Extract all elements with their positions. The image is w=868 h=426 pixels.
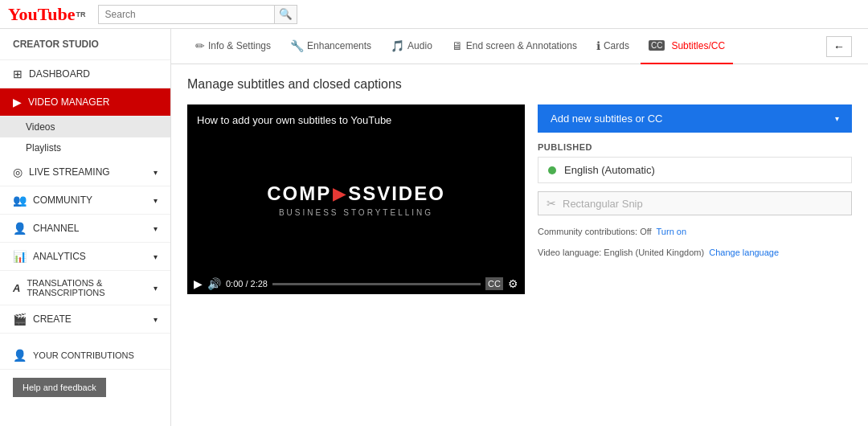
chevron-down-icon-analytics: ▾ bbox=[154, 252, 158, 261]
sidebar-sub-item-videos[interactable]: Videos bbox=[0, 117, 170, 137]
sidebar-sub-item-playlists[interactable]: Playlists bbox=[0, 137, 170, 158]
tab-enhancements[interactable]: 🔧 Enhancements bbox=[282, 29, 379, 64]
community-icon: 👥 bbox=[13, 194, 27, 207]
help-feedback-button[interactable]: Help and feedback bbox=[13, 378, 106, 397]
video-time: 0:00 / 2:28 bbox=[226, 279, 268, 289]
caption-button[interactable]: CC bbox=[485, 277, 503, 290]
sidebar-label-community: COMMUNITY bbox=[33, 195, 92, 206]
sidebar-item-channel[interactable]: 👤 CHANNEL ▾ bbox=[0, 215, 170, 243]
sidebar-bottom: Help and feedback bbox=[0, 370, 170, 405]
video-logo-sub: BUSINESS STORYTELLING bbox=[279, 208, 433, 217]
back-button[interactable]: ← bbox=[826, 36, 852, 57]
sidebar-item-live-streaming[interactable]: ◎ LIVE STREAMING ▾ bbox=[0, 158, 170, 186]
video-logo: COMP ▶ SSVIDEO BUSINESS STORYTELLING bbox=[267, 182, 445, 217]
sidebar-label-create: CREATE bbox=[33, 313, 72, 325]
contributions-icon: 👤 bbox=[13, 349, 27, 362]
chevron-down-icon-translations: ▾ bbox=[154, 284, 158, 293]
search-bar: 🔍 bbox=[98, 5, 297, 24]
subtitle-language: English (Automatic) bbox=[564, 164, 655, 176]
logo-tube: Tube bbox=[38, 4, 76, 25]
sidebar-label-contributions: YOUR CONTRIBUTIONS bbox=[33, 350, 134, 360]
change-language-link[interactable]: Change language bbox=[709, 248, 779, 257]
translations-icon: A bbox=[13, 282, 20, 294]
progress-bar[interactable] bbox=[272, 283, 481, 285]
video-manager-icon: ▶ bbox=[13, 96, 22, 109]
video-panel: How to add your own subtitles to YouTube… bbox=[187, 104, 525, 294]
turn-on-link[interactable]: Turn on bbox=[657, 227, 687, 236]
video-title-overlay: How to add your own subtitles to YouTube bbox=[187, 104, 525, 134]
sidebar-item-translations[interactable]: A TRANSLATIONS & TRANSCRIPTIONS ▾ bbox=[0, 271, 170, 305]
tab-bar: ✏ Info & Settings 🔧 Enhancements 🎵 Audio… bbox=[171, 29, 868, 64]
video-subtitles-layout: How to add your own subtitles to YouTube… bbox=[187, 104, 852, 294]
time-bar-wrap: 0:00 / 2:28 bbox=[226, 279, 481, 289]
logo-trademark: TR bbox=[76, 10, 86, 18]
sidebar-item-dashboard[interactable]: ⊞ DASHBOARD bbox=[0, 60, 170, 88]
audio-icon: 🎵 bbox=[391, 39, 404, 52]
dashboard-icon: ⊞ bbox=[13, 68, 23, 80]
content-body: Manage subtitles and closed captions How… bbox=[171, 64, 868, 307]
main-layout: CREATOR STUDIO ⊞ DASHBOARD ▶ VIDEO MANAG… bbox=[0, 29, 868, 426]
logo-ssvideo: SSVIDEO bbox=[348, 182, 445, 205]
info-icon: ℹ bbox=[596, 39, 600, 52]
logo: YouTube TR bbox=[8, 4, 86, 25]
settings-button[interactable]: ⚙ bbox=[508, 277, 518, 290]
sidebar-item-analytics[interactable]: 📊 ANALYTICS ▾ bbox=[0, 243, 170, 271]
sidebar-item-community[interactable]: 👥 COMMUNITY ▾ bbox=[0, 186, 170, 215]
add-subtitle-button[interactable]: Add new subtitles or CC ▾ bbox=[538, 104, 852, 133]
contrib-prefix: Community contributions: Off bbox=[538, 227, 652, 236]
add-subtitle-label: Add new subtitles or CC bbox=[551, 113, 662, 125]
channel-icon: 👤 bbox=[13, 222, 27, 235]
video-language-text: Video language: English (United Kingdom)… bbox=[538, 248, 852, 257]
search-button[interactable]: 🔍 bbox=[275, 5, 297, 24]
logo-you: You bbox=[8, 4, 38, 25]
page-title: Manage subtitles and closed captions bbox=[187, 77, 852, 92]
tab-info-settings[interactable]: ✏ Info & Settings bbox=[187, 29, 279, 64]
cc-icon: CC bbox=[649, 40, 665, 51]
chevron-down-icon-channel: ▾ bbox=[154, 224, 158, 233]
pencil-icon: ✏ bbox=[195, 39, 205, 52]
sidebar-label-analytics: ANALYTICS bbox=[33, 251, 86, 262]
analytics-icon: 📊 bbox=[13, 250, 27, 263]
logo-arrow-icon: ▶ bbox=[333, 184, 346, 203]
sidebar-label-channel: CHANNEL bbox=[33, 223, 79, 234]
tab-audio[interactable]: 🎵 Audio bbox=[383, 29, 440, 64]
content-area: ✏ Info & Settings 🔧 Enhancements 🎵 Audio… bbox=[171, 29, 868, 426]
tab-subtitles-cc[interactable]: CC Subtitles/CC bbox=[641, 29, 733, 64]
play-button[interactable]: ▶ bbox=[194, 277, 203, 290]
sidebar-label-translations: TRANSLATIONS & TRANSCRIPTIONS bbox=[27, 278, 154, 297]
sidebar-title: CREATOR STUDIO bbox=[0, 29, 170, 60]
snip-label: Rectangular Snip bbox=[563, 198, 643, 210]
snip-bar: ✂ Rectangular Snip bbox=[538, 191, 852, 215]
sidebar-item-your-contributions[interactable]: 👤 YOUR CONTRIBUTIONS bbox=[0, 342, 170, 370]
search-input[interactable] bbox=[98, 5, 275, 24]
subtitle-item-english[interactable]: English (Automatic) bbox=[538, 157, 852, 183]
screen-icon: 🖥 bbox=[452, 39, 463, 52]
published-label: PUBLISHED bbox=[538, 142, 852, 152]
logo-comp: COMP bbox=[267, 182, 331, 205]
chevron-down-icon-create: ▾ bbox=[154, 315, 158, 324]
sidebar-label-dashboard: DASHBOARD bbox=[29, 68, 90, 80]
video-wrapper: How to add your own subtitles to YouTube… bbox=[187, 104, 525, 294]
tab-end-screen[interactable]: 🖥 End screen & Annotations bbox=[444, 29, 585, 64]
sidebar-label-live-streaming: LIVE STREAMING bbox=[29, 166, 110, 178]
video-title-text: How to add your own subtitles to YouTube bbox=[197, 114, 391, 126]
sidebar-item-video-manager[interactable]: ▶ VIDEO MANAGER bbox=[0, 88, 170, 117]
sidebar: CREATOR STUDIO ⊞ DASHBOARD ▶ VIDEO MANAG… bbox=[0, 29, 171, 426]
subtitles-panel: Add new subtitles or CC ▾ PUBLISHED Engl… bbox=[538, 104, 852, 294]
snip-icon: ✂ bbox=[547, 197, 556, 210]
video-container: How to add your own subtitles to YouTube… bbox=[187, 104, 525, 294]
video-logo-text: COMP ▶ SSVIDEO bbox=[267, 182, 445, 205]
tab-cards[interactable]: ℹ Cards bbox=[588, 29, 637, 64]
video-lang-prefix: Video language: English (United Kingdom) bbox=[538, 248, 704, 257]
community-contributions-text: Community contributions: Off Turn on bbox=[538, 227, 852, 236]
chevron-down-icon: ▾ bbox=[154, 168, 158, 177]
video-controls: ▶ 🔊 0:00 / 2:28 CC bbox=[187, 273, 525, 294]
create-icon: 🎬 bbox=[13, 313, 27, 326]
topbar: YouTube TR 🔍 bbox=[0, 0, 868, 29]
volume-button[interactable]: 🔊 bbox=[207, 277, 221, 290]
dropdown-arrow-icon: ▾ bbox=[835, 114, 839, 123]
chevron-down-icon-community: ▾ bbox=[154, 196, 158, 205]
right-controls: CC ⚙ bbox=[485, 277, 518, 290]
live-streaming-icon: ◎ bbox=[13, 166, 23, 178]
sidebar-item-create[interactable]: 🎬 CREATE ▾ bbox=[0, 305, 170, 334]
